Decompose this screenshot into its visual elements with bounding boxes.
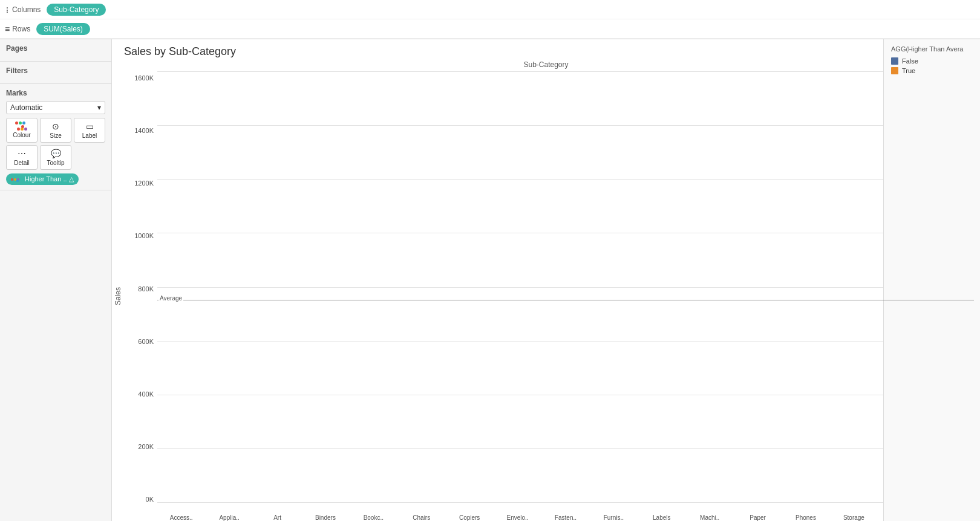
detail-button[interactable]: ⋯ Detail [6,145,38,170]
x-label: Copiers [445,512,493,521]
columns-icon: ⫶ [5,5,10,15]
columns-pill[interactable]: Sub-Category [47,4,106,16]
bars-area: Average Access..Applia..ArtBindersBookc.… [157,71,974,521]
rows-icon: ≡ [5,24,10,34]
columns-label: ⫶ Columns [5,5,41,15]
y-tick: 400K [138,390,154,398]
y-tick: 1200K [134,180,154,187]
y-tick: 800K [138,285,154,293]
y-tick: 1400K [134,127,154,134]
dropdown-arrow-icon: ▾ [97,103,101,112]
x-label: Machi.. [685,512,733,521]
chart-container: Sales by Sub-Category Sub-Category Sales… [112,39,980,521]
x-label: Access.. [157,512,205,521]
x-label: Phones [782,512,829,521]
x-label: Labels [638,512,685,521]
tooltip-icon: 💬 [51,149,61,158]
bars-and-axis: 1600K1400K1200K1000K800K600K400K200K0K A… [124,71,974,521]
chart-body: Sales 1600K1400K1200K1000K800K600K400K20… [112,71,980,521]
legend-false-item: False [891,57,973,65]
rows-label: ≡ Rows [5,24,30,34]
x-label: Furnis.. [590,512,638,521]
x-label: Fasten.. [541,512,589,521]
pages-title: Pages [6,44,105,53]
x-axis-title: Sub-Category [112,60,980,69]
rows-pill[interactable]: SUM(Sales) [36,23,90,35]
bars-row [157,71,974,512]
x-label: Paper [734,512,782,521]
legend-true-item: True [891,67,973,74]
x-label: Art [253,512,301,521]
pages-section: Pages [0,39,111,62]
filters-section: Filters [0,62,111,84]
legend-true-label: True [902,67,915,74]
size-button[interactable]: ⊙ Size [40,118,71,143]
higher-than-pill[interactable]: Higher Than .. △ [6,173,79,185]
x-label: Storage [830,512,878,521]
legend-title: AGG(Higher Than Avera [891,45,973,53]
x-label: Applia.. [205,512,253,521]
chart-title: Sales by Sub-Category [112,45,980,60]
marks-title: Marks [6,89,105,97]
filters-title: Filters [6,66,105,75]
columns-shelf: ⫶ Columns Sub-Category [0,0,980,19]
legend-false-label: False [902,57,918,65]
y-tick: 200K [138,443,154,450]
colour-icon [15,121,29,126]
y-tick: 600K [138,338,154,345]
sidebar: Pages Filters Marks Automatic ▾ [0,39,112,521]
marks-section: Marks Automatic ▾ Colour [0,84,111,190]
pill-color-dots-icon [11,178,22,181]
size-icon: ⊙ [52,121,59,131]
y-tick: 1000K [134,232,154,239]
legend: AGG(Higher Than Avera False True [883,39,980,521]
chart-inner: 1600K1400K1200K1000K800K600K400K200K0K A… [124,71,974,521]
legend-false-swatch [891,57,898,65]
label-icon: ▭ [86,121,94,131]
y-axis-label: Sales [112,71,124,521]
tooltip-button[interactable]: 💬 Tooltip [40,145,71,170]
marks-type-dropdown[interactable]: Automatic ▾ [6,101,105,114]
colour-button[interactable]: Colour [6,118,38,143]
legend-true-swatch [891,67,898,74]
x-label: Chairs [397,512,445,521]
x-label: Envelo.. [494,512,541,521]
label-button[interactable]: ▭ Label [74,118,105,143]
x-label: Binders [301,512,349,521]
y-axis: 1600K1400K1200K1000K800K600K400K200K0K [124,71,157,521]
y-tick: 0K [146,496,154,503]
y-tick: 1600K [134,74,154,82]
main-area: Pages Filters Marks Automatic ▾ [0,39,980,521]
x-axis: Access..Applia..ArtBindersBookc..ChairsC… [157,512,974,521]
top-shelf: ⫶ Columns Sub-Category ≡ Rows SUM(Sales) [0,0,980,39]
x-label: Bookc.. [350,512,397,521]
marks-buttons-group: Colour ⊙ Size ▭ Label ⋯ Detail 💬 Tooltip [6,118,105,170]
detail-icon: ⋯ [18,149,26,158]
rows-shelf: ≡ Rows SUM(Sales) [0,19,980,39]
